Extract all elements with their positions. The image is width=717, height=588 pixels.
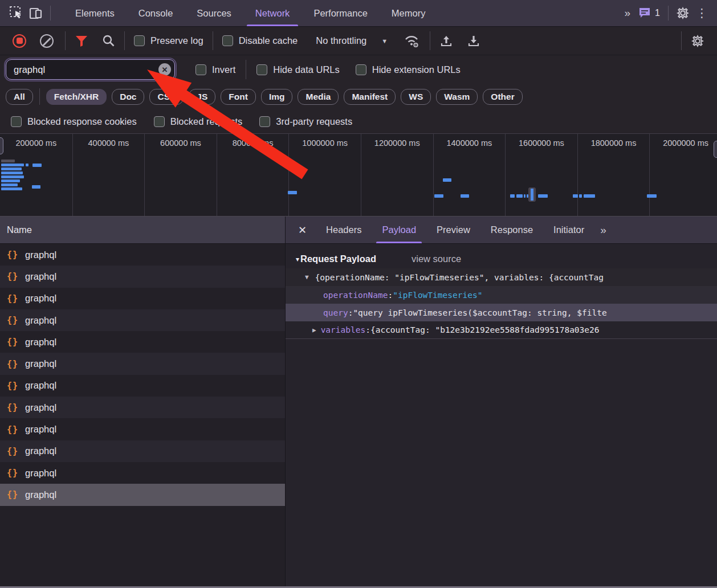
timeline-scroll-handle-right[interactable] [714,141,717,158]
request-row[interactable]: {}graphql [0,440,285,462]
filter-chip-manifest[interactable]: Manifest [344,89,396,105]
record-network-log-button[interactable] [13,34,26,48]
request-row[interactable]: {}graphql [0,266,285,287]
network-conditions-icon[interactable] [397,34,427,48]
checkbox[interactable] [11,116,22,127]
filter-chip-css[interactable]: CSS [149,89,184,105]
payload-row-variables[interactable]: ▶variables: {accountTag: "b12e3b2192ee55… [286,321,717,339]
payload-row-operationname[interactable]: operationName: "ipFlowTimeseries" [286,286,717,304]
blocked-response-cookies-checkbox[interactable]: Blocked response cookies [2,116,145,127]
detail-tab-preview[interactable]: Preview [426,217,480,243]
filter-chip-wasm[interactable]: Wasm [436,89,478,105]
checkbox[interactable] [154,116,165,127]
payload-value: {accountTag: "b12e3b2192ee5588fdad995178… [370,325,600,334]
selected-request-marker[interactable] [528,187,536,202]
request-row[interactable]: {}graphql [0,397,285,418]
filter-chip-img[interactable]: Img [261,89,293,105]
detail-tab-initiator[interactable]: Initiator [543,217,594,243]
request-row[interactable]: {}graphql [0,418,285,440]
checkbox[interactable] [134,35,145,46]
timeline-scroll-handle-left[interactable] [0,137,3,154]
search-icon[interactable] [95,34,122,47]
payload-summary-row[interactable]: ▼ {operationName: "ipFlowTimeseries", va… [286,268,717,286]
request-row[interactable]: {}graphql [0,484,285,505]
filter-chip-js[interactable]: JS [189,89,215,105]
hide-extension-urls-checkbox[interactable]: Hide extension URLs [348,64,469,75]
console-messages-badge[interactable]: 1 [638,7,660,19]
request-payload-title: Request Payload [300,254,376,264]
request-payload-section[interactable]: ▾ Request Payload view source [286,250,717,268]
request-row[interactable]: {}graphql [0,244,285,266]
checkbox[interactable] [222,35,233,46]
close-detail-icon[interactable]: ✕ [289,217,316,243]
timeline-segment[interactable]: 2000000 ms [649,134,717,216]
request-row[interactable]: {}graphql [0,462,285,484]
checkbox[interactable] [195,64,206,75]
timeline-segment[interactable]: 1400000 ms [433,134,506,216]
collapse-triangle-icon[interactable]: ▾ [296,255,299,263]
timeline-segment[interactable]: 1600000 ms [505,134,577,216]
network-overview-timeline[interactable]: 200000 ms400000 ms600000 ms800000 ms1000… [0,134,717,217]
clear-filter-icon[interactable]: ✕ [158,63,171,76]
name-column-header[interactable]: Name [0,217,285,244]
payload-pane: ▾ Request Payload view source ▼ {operati… [286,244,717,588]
timeline-segment[interactable]: 1000000 ms [288,134,361,216]
more-tabs-icon[interactable]: » [619,7,635,19]
3rd-party-requests-checkbox[interactable]: 3rd-party requests [251,116,361,127]
kebab-menu-icon[interactable]: ⋮ [692,6,711,20]
detail-tabs: ✕ HeadersPayloadPreviewResponseInitiator… [286,217,717,244]
settings-gear-icon[interactable] [673,3,692,23]
view-source-link[interactable]: view source [412,254,461,264]
tab-performance[interactable]: Performance [302,0,379,26]
filter-funnel-icon[interactable] [68,35,95,47]
timeline-segment[interactable]: 200000 ms [0,134,72,216]
export-har-icon[interactable] [460,34,487,48]
filter-chip-other[interactable]: Other [483,89,522,105]
network-settings-gear-icon[interactable] [684,34,711,48]
throttling-select[interactable]: No throttling ▼ [304,35,397,46]
filter-chip-doc[interactable]: Doc [112,89,144,105]
request-row[interactable]: {}graphql [0,309,285,331]
timeline-segment[interactable]: 600000 ms [144,134,217,216]
detail-tab-payload[interactable]: Payload [372,217,426,243]
checkbox[interactable] [256,64,267,75]
invert-checkbox[interactable]: Invert [188,64,243,75]
tab-network[interactable]: Network [243,0,302,26]
more-detail-tabs-icon[interactable]: » [594,217,611,243]
request-row[interactable]: {}graphql [0,288,285,309]
checkbox[interactable] [356,64,366,75]
inspect-element-icon[interactable] [7,3,26,23]
filter-chip-font[interactable]: Font [221,89,256,105]
clear-network-log-button[interactable] [40,34,54,48]
filter-chip-media[interactable]: Media [298,89,339,105]
checkbox[interactable] [259,116,270,127]
tab-memory[interactable]: Memory [380,0,438,26]
request-row[interactable]: {}graphql [0,353,285,374]
disable-cache-checkbox[interactable]: Disable cache [215,35,305,46]
tab-console[interactable]: Console [127,0,185,26]
payload-colon: : [365,325,370,334]
hide-data-urls-checkbox[interactable]: Hide data URLs [248,64,347,75]
timeline-segment[interactable]: 1800000 ms [577,134,650,216]
timeline-segment[interactable]: 800000 ms [217,134,289,216]
filter-chip-all[interactable]: All [6,89,33,105]
filter-chip-ws[interactable]: WS [401,89,431,105]
timeline-segment[interactable]: 1200000 ms [361,134,433,216]
payload-row-query[interactable]: query: "query ipFlowTimeseries($accountT… [286,304,717,321]
expander-closed-icon[interactable]: ▶ [312,326,316,334]
request-row[interactable]: {}graphql [0,331,285,353]
tab-elements[interactable]: Elements [63,0,127,26]
request-name: graphql [25,380,56,391]
request-row[interactable]: {}graphql [0,375,285,397]
timeline-segment[interactable]: 400000 ms [72,134,145,216]
detail-tab-response[interactable]: Response [480,217,543,243]
blocked-requests-checkbox[interactable]: Blocked requests [145,116,251,127]
detail-tab-headers[interactable]: Headers [316,217,372,243]
import-har-icon[interactable] [433,34,460,48]
filter-chip-fetch-xhr[interactable]: Fetch/XHR [46,89,107,105]
expander-open-icon[interactable]: ▼ [305,273,309,281]
tab-sources[interactable]: Sources [185,0,243,26]
device-toolbar-icon[interactable] [26,3,46,23]
preserve-log-checkbox[interactable]: Preserve log [127,35,210,46]
filter-input[interactable] [6,59,175,80]
